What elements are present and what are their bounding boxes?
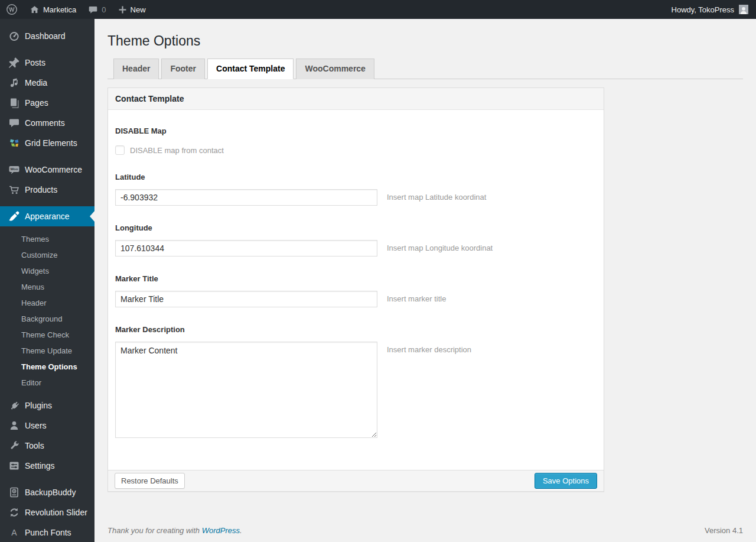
comments-shortcut[interactable]: 0 <box>82 0 112 19</box>
sidebar-item-label: Users <box>25 421 47 430</box>
new-label: New <box>131 5 146 14</box>
settings-icon <box>8 460 20 472</box>
sidebar-item-label: Revolution Slider <box>25 508 87 517</box>
dashboard-icon <box>8 30 20 42</box>
plug-icon <box>8 400 20 411</box>
longitude-section: Longitude Insert map Longitude koordinat <box>115 223 597 257</box>
version-text: Version 4.1 <box>705 526 743 535</box>
site-menu[interactable]: Marketica <box>24 0 82 19</box>
howdy-text: Howdy, TokoPress <box>672 5 734 14</box>
woocommerce-icon: Woo <box>8 164 20 176</box>
disable-map-checkbox-label[interactable]: DISABLE map from contact <box>130 146 224 155</box>
marker-description-label: Marker Description <box>115 325 597 334</box>
sidebar-item-label: BackupBuddy <box>25 488 76 497</box>
contact-template-panel: Contact Template DISABLE Map DISABLE map… <box>107 87 604 492</box>
main-content: Theme Options Header Footer Contact Temp… <box>94 19 756 542</box>
appearance-submenu: Themes Customize Widgets Menus Header Ba… <box>0 226 94 395</box>
marker-description-hint: Insert marker description <box>387 342 471 354</box>
paintbrush-icon <box>8 210 20 222</box>
pushpin-icon <box>8 57 20 69</box>
new-content-button[interactable]: New <box>112 0 152 19</box>
wordpress-icon <box>6 4 18 15</box>
sidebar-item-dashboard[interactable]: Dashboard <box>0 26 94 46</box>
thanks-text: Thank you for creating with WordPress. <box>107 526 242 535</box>
submenu-item-editor[interactable]: Editor <box>0 375 94 391</box>
save-options-button[interactable]: Save Options <box>535 473 597 489</box>
panel-title: Contact Template <box>108 88 604 110</box>
disable-map-checkbox[interactable] <box>115 145 125 155</box>
latitude-input[interactable] <box>115 189 377 206</box>
account-menu[interactable]: Howdy, TokoPress <box>672 0 756 19</box>
submenu-item-theme-options[interactable]: Theme Options <box>0 359 94 375</box>
media-icon <box>8 77 20 89</box>
sidebar-item-label: Dashboard <box>25 31 66 41</box>
sidebar-item-pages[interactable]: Pages <box>0 93 94 113</box>
tab-contact-template[interactable]: Contact Template <box>207 59 294 79</box>
marker-description-section: Marker Description Marker Content Insert… <box>115 325 597 438</box>
submenu-item-theme-update[interactable]: Theme Update <box>0 343 94 359</box>
sidebar-item-posts[interactable]: Posts <box>0 53 94 73</box>
submenu-item-customize[interactable]: Customize <box>0 247 94 263</box>
page-footer: Thank you for creating with WordPress. V… <box>107 526 743 535</box>
sidebar-item-products[interactable]: Products <box>0 180 94 200</box>
wordpress-logo[interactable] <box>0 0 24 19</box>
sidebar-item-appearance[interactable]: Appearance <box>0 206 94 226</box>
sidebar-item-label: Punch Fonts <box>25 528 71 537</box>
sidebar-item-label: Settings <box>25 461 55 470</box>
sidebar-item-label: Posts <box>25 58 45 67</box>
sidebar-item-users[interactable]: Users <box>0 416 94 436</box>
wordpress-link[interactable]: WordPress <box>202 526 240 535</box>
submenu-item-theme-check[interactable]: Theme Check <box>0 327 94 343</box>
marker-description-textarea[interactable]: Marker Content <box>115 342 377 438</box>
home-icon <box>30 5 40 15</box>
sidebar-item-label: Tools <box>25 441 44 450</box>
longitude-input[interactable] <box>115 240 377 257</box>
sidebar-item-comments[interactable]: Comments <box>0 113 94 133</box>
sidebar-item-tools[interactable]: Tools <box>0 436 94 456</box>
sidebar-item-media[interactable]: Media <box>0 73 94 93</box>
sidebar-item-label: Plugins <box>25 401 52 410</box>
sidebar-item-grid-elements[interactable]: Grid Elements <box>0 133 94 153</box>
tab-footer[interactable]: Footer <box>161 59 205 79</box>
latitude-section: Latitude Insert map Latitude koordinat <box>115 173 597 206</box>
refresh-arrows-icon <box>8 507 20 518</box>
sidebar-item-label: Appearance <box>25 212 70 221</box>
page-title: Theme Options <box>107 33 743 50</box>
sidebar-item-label: WooCommerce <box>25 165 82 174</box>
submenu-item-themes[interactable]: Themes <box>0 231 94 247</box>
sidebar-item-settings[interactable]: Settings <box>0 456 94 476</box>
admin-bar: Marketica 0 New Howdy, TokoPress <box>0 0 756 19</box>
comment-count: 0 <box>102 5 106 14</box>
sidebar-item-backupbuddy[interactable]: BackupBuddy <box>0 482 94 502</box>
letter-a-icon: A <box>8 527 20 538</box>
tab-header[interactable]: Header <box>113 59 159 79</box>
marker-title-input[interactable] <box>115 291 377 307</box>
marker-title-hint: Insert marker title <box>387 291 446 303</box>
sidebar-item-label: Grid Elements <box>25 138 77 148</box>
tab-woocommerce[interactable]: WooCommerce <box>296 59 374 79</box>
thanks-prefix: Thank you for creating with <box>107 526 202 535</box>
longitude-label: Longitude <box>115 223 597 232</box>
sidebar-item-label: Comments <box>25 118 65 128</box>
sidebar: Dashboard Posts Media Pages Comments <box>0 19 94 542</box>
panel-body: DISABLE Map DISABLE map from contact Lat… <box>108 110 604 470</box>
active-menu-arrow <box>90 211 94 222</box>
submenu-item-background[interactable]: Background <box>0 311 94 327</box>
restore-defaults-button[interactable]: Restore Defaults <box>115 473 185 489</box>
thanks-suffix: . <box>240 526 242 535</box>
submenu-item-menus[interactable]: Menus <box>0 279 94 295</box>
sidebar-item-revolution-slider[interactable]: Revolution Slider <box>0 502 94 522</box>
sidebar-item-punch-fonts[interactable]: A Punch Fonts <box>0 522 94 542</box>
grid-elements-icon <box>8 137 20 149</box>
submenu-item-header[interactable]: Header <box>0 295 94 311</box>
submenu-item-widgets[interactable]: Widgets <box>0 263 94 279</box>
sidebar-item-plugins[interactable]: Plugins <box>0 395 94 416</box>
wrench-icon <box>8 440 20 452</box>
sidebar-item-label: Pages <box>25 98 48 108</box>
person-icon <box>739 6 748 14</box>
sidebar-item-woocommerce[interactable]: Woo WooCommerce <box>0 160 94 180</box>
comment-bubble-icon <box>88 5 98 15</box>
marker-title-section: Marker Title Insert marker title <box>115 274 597 307</box>
latitude-hint: Insert map Latitude koordinat <box>387 189 486 202</box>
sidebar-item-label: Media <box>25 78 47 87</box>
